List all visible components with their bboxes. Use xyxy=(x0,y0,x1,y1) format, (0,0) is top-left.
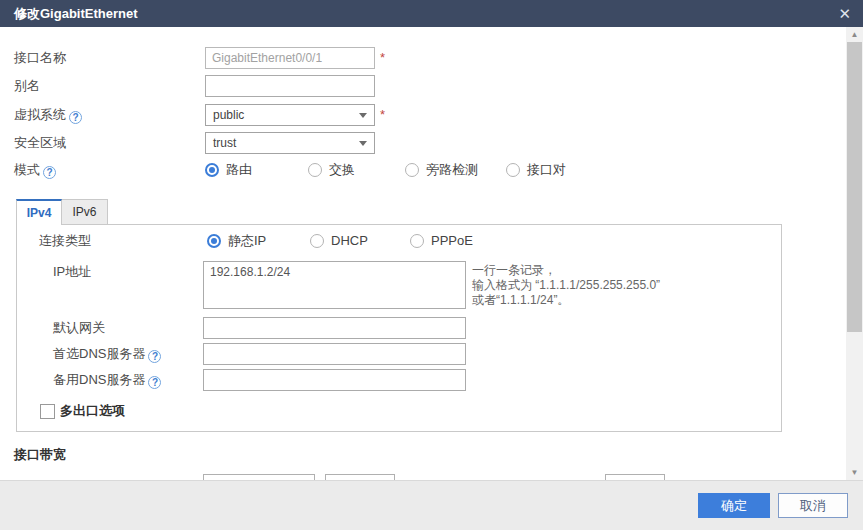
primary-dns-row: 首选DNS服务器? xyxy=(17,343,781,365)
chevron-down-icon xyxy=(359,141,367,146)
virtual-system-value: public xyxy=(213,108,244,122)
dialog-titlebar: 修改GigabitEthernet ✕ xyxy=(0,0,863,27)
security-zone-label: 安全区域 xyxy=(14,132,205,154)
multi-exit-checkbox[interactable] xyxy=(40,404,55,419)
dialog-footer: 确定 取消 xyxy=(0,480,863,530)
connection-type-row: 连接类型 静态IP DHCP PPPoE xyxy=(17,233,781,253)
interface-name-input[interactable] xyxy=(205,47,375,69)
multi-exit-label: 多出口选项 xyxy=(60,402,125,420)
primary-dns-input[interactable] xyxy=(203,343,466,365)
radio-selected-icon xyxy=(205,163,219,177)
chevron-down-icon xyxy=(359,113,367,118)
alias-input[interactable] xyxy=(205,75,375,97)
secondary-dns-row: 备用DNS服务器? xyxy=(17,369,781,391)
conn-option-pppoe[interactable]: PPPoE xyxy=(410,233,473,249)
close-icon[interactable]: ✕ xyxy=(836,6,853,21)
mode-row: 模式? 路由 交换 旁路检测 接口对 xyxy=(14,162,846,178)
security-zone-value: trust xyxy=(213,136,236,150)
ip-address-label: IP地址 xyxy=(53,261,203,283)
required-marker: * xyxy=(380,104,385,126)
cancel-button[interactable]: 取消 xyxy=(778,493,848,518)
mode-option-switch[interactable]: 交换 xyxy=(308,162,405,178)
alias-label: 别名 xyxy=(14,75,205,97)
alias-row: 别名 xyxy=(14,75,846,97)
secondary-dns-label: 备用DNS服务器 xyxy=(53,372,145,387)
bandwidth-section-title: 接口带宽 xyxy=(14,446,846,464)
multi-exit-row: 多出口选项 xyxy=(40,402,781,420)
default-gateway-row: 默认网关 xyxy=(17,317,781,339)
mode-option-bypass[interactable]: 旁路检测 xyxy=(405,162,506,178)
interface-name-label: 接口名称 xyxy=(14,47,205,69)
security-zone-row: 安全区域 trust xyxy=(14,132,846,154)
tab-ipv6[interactable]: IPv6 xyxy=(62,199,108,225)
help-icon[interactable]: ? xyxy=(148,376,161,389)
radio-icon xyxy=(405,163,419,177)
mode-label: 模式 xyxy=(14,162,40,177)
required-marker: * xyxy=(380,47,385,69)
secondary-dns-input[interactable] xyxy=(203,369,466,391)
ip-address-row: IP地址 192.168.1.2/24 一行一条记录， 输入格式为 “1.1.1… xyxy=(17,261,781,309)
mode-option-route[interactable]: 路由 xyxy=(205,162,308,178)
help-icon[interactable]: ? xyxy=(69,111,82,124)
radio-icon xyxy=(310,234,324,248)
help-icon[interactable]: ? xyxy=(148,350,161,363)
interface-name-row: 接口名称 * xyxy=(14,47,846,69)
connection-type-label: 连接类型 xyxy=(39,233,207,249)
tab-ipv4[interactable]: IPv4 xyxy=(16,199,62,225)
scroll-up-icon[interactable]: ▲ xyxy=(846,27,863,42)
radio-icon xyxy=(308,163,322,177)
scrollbar-thumb[interactable] xyxy=(847,42,862,332)
primary-dns-label: 首选DNS服务器 xyxy=(53,346,145,361)
virtual-system-select[interactable]: public xyxy=(205,104,375,126)
ipv4-panel: 连接类型 静态IP DHCP PPPoE IP地址 192.168.1.2/24 xyxy=(16,224,782,432)
ip-address-textarea[interactable]: 192.168.1.2/24 xyxy=(203,261,466,309)
radio-icon xyxy=(410,234,424,248)
radio-icon xyxy=(506,163,520,177)
scrollbar[interactable]: ▲ ▼ xyxy=(846,27,863,480)
ip-format-hint: 一行一条记录， 输入格式为 “1.1.1.1/255.255.255.0” 或者… xyxy=(472,261,660,308)
mode-option-interface-pair[interactable]: 接口对 xyxy=(506,162,566,178)
default-gateway-input[interactable] xyxy=(203,317,466,339)
dialog-title: 修改GigabitEthernet xyxy=(14,5,138,23)
ip-version-tabs: IPv4 IPv6 xyxy=(16,199,846,225)
scroll-down-icon[interactable]: ▼ xyxy=(846,465,863,480)
conn-option-static-ip[interactable]: 静态IP xyxy=(207,233,310,249)
ok-button[interactable]: 确定 xyxy=(698,493,770,518)
virtual-system-label: 虚拟系统 xyxy=(14,107,66,122)
conn-option-dhcp[interactable]: DHCP xyxy=(310,233,410,249)
radio-selected-icon xyxy=(207,234,221,248)
modify-interface-dialog: 修改GigabitEthernet ✕ 接口名称 * 别名 虚拟系统? publ… xyxy=(0,0,863,530)
default-gateway-label: 默认网关 xyxy=(53,317,203,339)
security-zone-select[interactable]: trust xyxy=(205,132,375,154)
dialog-body: 接口名称 * 别名 虚拟系统? public * 安全区域 trust 模式? xyxy=(0,27,846,480)
virtual-system-row: 虚拟系统? public * xyxy=(14,104,846,126)
help-icon[interactable]: ? xyxy=(43,166,56,179)
